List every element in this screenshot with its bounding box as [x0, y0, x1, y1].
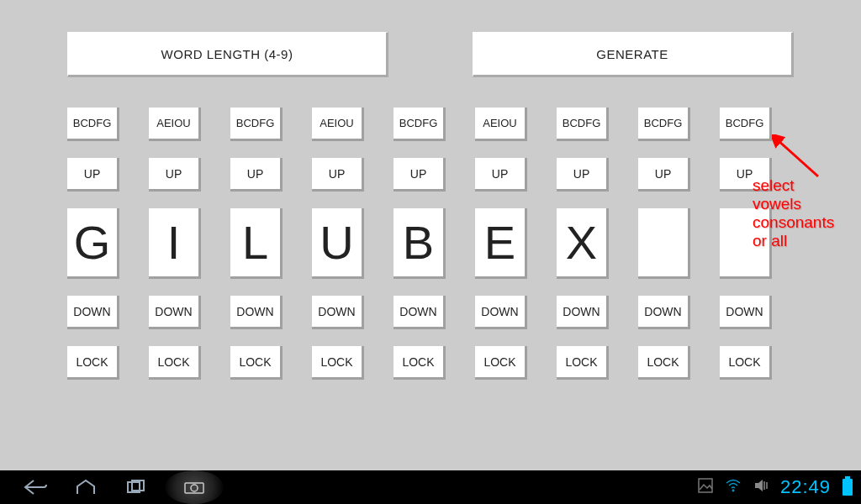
lock-button[interactable]: LOCK: [720, 346, 772, 380]
up-button[interactable]: UP: [638, 158, 690, 192]
lock-button[interactable]: LOCK: [638, 346, 690, 380]
down-button[interactable]: DOWN: [557, 296, 609, 329]
mode-button[interactable]: BCDFG: [394, 108, 446, 141]
mode-button[interactable]: BCDFG: [720, 108, 772, 141]
lock-button[interactable]: LOCK: [312, 346, 364, 380]
letter-display: I: [149, 208, 201, 279]
down-button[interactable]: DOWN: [475, 296, 527, 329]
down-button[interactable]: DOWN: [394, 296, 446, 329]
lock-button[interactable]: LOCK: [557, 346, 609, 380]
annotation-text: select vowels consonants or all: [753, 176, 834, 250]
letter-display: E: [475, 208, 527, 279]
mode-button[interactable]: BCDFG: [557, 108, 609, 141]
up-button[interactable]: UP: [557, 158, 609, 192]
mode-button[interactable]: BCDFG: [67, 108, 119, 141]
mode-button[interactable]: AEIOU: [312, 108, 364, 141]
battery-icon: [843, 479, 853, 496]
annotation-line: consonants: [753, 213, 834, 232]
mode-button[interactable]: BCDFG: [230, 108, 283, 141]
letter-display: B: [394, 208, 446, 279]
letter-display: G: [67, 208, 119, 279]
lock-button[interactable]: LOCK: [230, 346, 283, 380]
recent-apps-icon[interactable]: [114, 470, 158, 504]
mode-button[interactable]: BCDFG: [638, 108, 690, 141]
down-button[interactable]: DOWN: [230, 296, 283, 329]
down-button[interactable]: DOWN: [638, 296, 690, 329]
svg-point-6: [732, 490, 735, 492]
up-button[interactable]: UP: [230, 158, 283, 192]
down-button[interactable]: DOWN: [720, 296, 772, 329]
svg-point-4: [191, 485, 198, 491]
annotation-line: select: [753, 176, 834, 195]
image-status-icon: [698, 478, 713, 496]
up-button[interactable]: UP: [149, 158, 201, 192]
home-icon[interactable]: [64, 470, 108, 504]
letter-grid: BCDFG UP G DOWN LOCK AEIOU UP I DOWN LOC…: [67, 108, 794, 380]
up-button[interactable]: UP: [475, 158, 527, 192]
generate-button[interactable]: GENERATE: [473, 32, 794, 77]
lock-button[interactable]: LOCK: [149, 346, 201, 380]
letter-display: L: [230, 208, 283, 279]
down-button[interactable]: DOWN: [312, 296, 364, 329]
volume-icon: [753, 478, 769, 496]
android-navbar: 22:49: [0, 470, 861, 504]
clock-text: 22:49: [780, 476, 831, 498]
letter-display: X: [557, 208, 609, 279]
mode-button[interactable]: AEIOU: [149, 108, 201, 141]
down-button[interactable]: DOWN: [67, 296, 119, 329]
up-button[interactable]: UP: [312, 158, 364, 192]
up-button[interactable]: UP: [394, 158, 446, 192]
down-button[interactable]: DOWN: [149, 296, 201, 329]
back-icon[interactable]: [13, 470, 57, 504]
word-length-button[interactable]: WORD LENGTH (4-9): [67, 32, 388, 77]
lock-button[interactable]: LOCK: [394, 346, 446, 380]
camera-icon[interactable]: [165, 470, 224, 504]
mode-button[interactable]: AEIOU: [475, 108, 527, 141]
svg-line-0: [777, 139, 818, 176]
wifi-icon: [725, 479, 742, 496]
annotation-line: or all: [753, 232, 834, 250]
annotation-line: vowels: [753, 195, 834, 213]
lock-button[interactable]: LOCK: [67, 346, 119, 380]
up-button[interactable]: UP: [67, 158, 119, 192]
letter-display: [638, 208, 690, 279]
lock-button[interactable]: LOCK: [475, 346, 527, 380]
letter-display: U: [312, 208, 364, 279]
